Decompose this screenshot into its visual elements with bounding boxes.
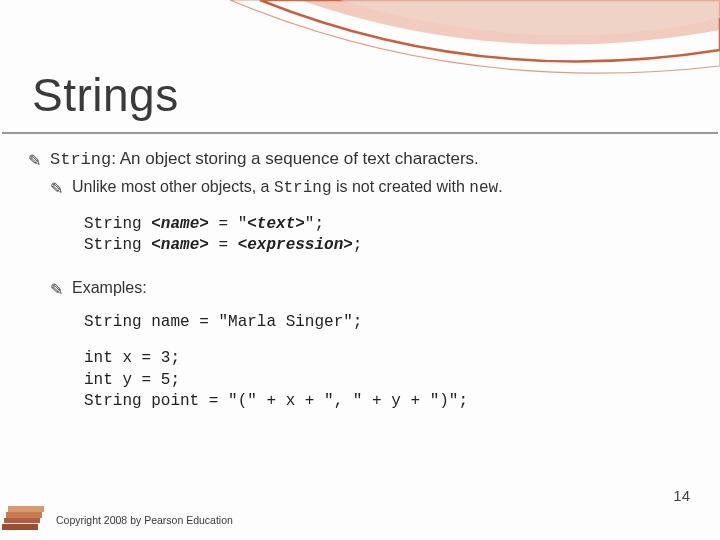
syntax-placeholder: <name> xyxy=(151,215,209,233)
note-pre: Unlike most other objects, a xyxy=(72,178,274,195)
slide: Strings ✎ String: An object storing a se… xyxy=(0,0,720,540)
svg-rect-1 xyxy=(6,512,42,518)
copyright-text: Copyright 2008 by Pearson Education xyxy=(56,514,233,526)
syntax-literal: "; xyxy=(305,215,324,233)
bullet-glyph-icon: ✎ xyxy=(28,150,41,172)
note-new: new xyxy=(469,179,498,197)
syntax-literal: ; xyxy=(353,236,363,254)
svg-rect-3 xyxy=(2,524,38,530)
definition-rest: : An object storing a sequence of text c… xyxy=(111,149,479,168)
note-post1: is not created with xyxy=(331,178,469,195)
example-code-2: int x = 3; int y = 5; String point = "("… xyxy=(84,348,692,413)
title-underline xyxy=(2,132,718,134)
slide-body: ✎ String: An object storing a sequence o… xyxy=(28,148,692,433)
syntax-kw: String xyxy=(84,215,151,233)
syntax-kw: String xyxy=(84,236,151,254)
note-string: String xyxy=(274,179,332,197)
bullet-examples: ✎ Examples: xyxy=(50,277,692,299)
svg-rect-0 xyxy=(4,518,40,523)
slide-title: Strings xyxy=(32,68,179,122)
bullet-definition: ✎ String: An object storing a sequence o… xyxy=(28,148,692,172)
book-icon xyxy=(2,500,50,534)
syntax-literal: = " xyxy=(209,215,247,233)
note-post2: . xyxy=(498,178,502,195)
syntax-placeholder: <expression> xyxy=(238,236,353,254)
bullet-glyph-icon: ✎ xyxy=(50,279,63,301)
syntax-literal: = xyxy=(209,236,238,254)
syntax-placeholder: <text> xyxy=(247,215,305,233)
page-number: 14 xyxy=(673,487,690,504)
bullet-note: ✎ Unlike most other objects, a String is… xyxy=(50,176,692,200)
bullet-glyph-icon: ✎ xyxy=(50,178,63,200)
syntax-block: String <name> = "<text>"; String <name> … xyxy=(84,214,692,257)
examples-label: Examples: xyxy=(72,279,147,296)
svg-rect-2 xyxy=(8,506,44,512)
term-string: String xyxy=(50,150,111,169)
example-code-1: String name = "Marla Singer"; xyxy=(84,312,692,334)
syntax-placeholder: <name> xyxy=(151,236,209,254)
